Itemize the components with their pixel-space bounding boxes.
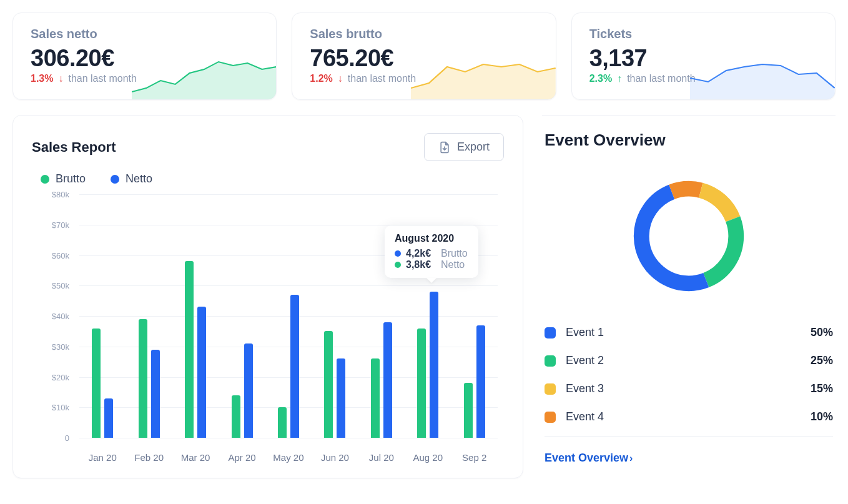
bar[interactable] [139,319,147,438]
stat-pct: 1.2% [310,73,332,84]
bar[interactable] [430,292,438,438]
stat-pct: 1.3% [31,73,53,84]
main-row: Sales Report Export Brutto Netto 0$10k$2… [12,115,836,478]
bar-group[interactable] [79,329,126,438]
event-name: Event 4 [566,410,801,423]
legend-dot-icon [41,175,49,184]
stat-pct: 2.3% [589,73,612,84]
tooltip-series: Netto [441,259,465,270]
x-tick-label: Jan 20 [79,452,126,463]
bar[interactable] [464,383,473,438]
tooltip-row-brutto: 4,2k€ Brutto [395,248,468,259]
donut-chart[interactable] [545,156,833,311]
event-row[interactable]: Event 225% [545,347,833,375]
arrow-up-icon: ↑ [617,73,622,84]
bar[interactable] [197,307,206,438]
bar[interactable] [244,343,253,438]
legend-dot-icon [111,175,119,184]
overview-title: Event Overview [545,131,833,150]
divider [545,436,833,437]
x-tick-label: Jul 20 [358,452,405,463]
x-tick-label: May 20 [265,452,312,463]
legend-brutto[interactable]: Brutto [41,172,86,185]
bar-group[interactable] [451,325,498,438]
bar[interactable] [324,331,333,438]
report-header: Sales Report Export [32,133,504,161]
card-tickets: Tickets 3,137 2.3% ↑ than last month [571,12,836,100]
event-swatch-icon [545,412,556,423]
tooltip-value: 4,2k€ [406,248,436,259]
tooltip-dot-icon [395,262,401,268]
sparkline-brutto [411,56,556,99]
event-pct: 25% [811,354,833,367]
bar[interactable] [417,329,426,438]
bar[interactable] [232,395,240,438]
bar[interactable] [104,398,113,438]
card-sales-brutto: Sales brutto 765.20€ 1.2% ↓ than last mo… [292,12,556,100]
y-tick-label: $20k [32,372,69,382]
grid-line [79,438,498,438]
tooltip-row-netto: 3,8k€ Netto [395,259,468,270]
donut-segment[interactable] [641,189,736,284]
event-row[interactable]: Event 315% [545,375,833,403]
y-tick-label: $70k [32,220,69,229]
stat-cards-row: Sales netto 306.20€ 1.3% ↓ than last mon… [12,12,836,100]
arrow-down-icon: ↓ [58,73,63,84]
sparkline-tickets [690,56,835,99]
bar[interactable] [371,358,380,438]
stat-label: Sales netto [31,27,261,41]
bar-group[interactable] [312,331,358,438]
bar-chart[interactable]: 0$10k$20k$30k$40k$50k$60k$70k$80k Jan 20… [32,194,504,463]
bar[interactable] [185,261,194,438]
y-tick-label: $10k [32,403,69,412]
chevron-right-icon: › [629,453,633,464]
bar-group[interactable] [405,292,451,438]
export-button[interactable]: Export [424,133,504,161]
legend-netto[interactable]: Netto [111,172,152,185]
y-tick-label: 0 [32,433,69,443]
x-tick-label: Sep 2 [451,452,498,463]
event-swatch-icon [545,355,556,367]
event-overview-link[interactable]: Event Overview › [545,452,633,465]
stat-than: than last month [68,73,136,84]
sales-report-card: Sales Report Export Brutto Netto 0$10k$2… [12,115,523,478]
bar[interactable] [476,325,485,438]
card-sales-netto: Sales netto 306.20€ 1.3% ↓ than last mon… [12,12,277,100]
event-row[interactable]: Event 150% [545,319,833,347]
bar-group[interactable] [265,295,312,438]
bar[interactable] [151,350,160,438]
stat-than: than last month [627,73,695,84]
x-tick-label: Mar 20 [172,452,219,463]
chart-tooltip: August 2020 4,2k€ Brutto 3,8k€ Netto [385,225,478,278]
bar[interactable] [337,358,345,438]
bar[interactable] [383,322,392,438]
x-tick-label: Feb 20 [126,452,172,463]
event-row[interactable]: Event 410% [545,403,833,431]
event-pct: 15% [811,382,833,395]
y-tick-label: $80k [32,190,69,199]
tooltip-series: Brutto [441,248,468,259]
stat-label: Sales brutto [310,27,540,41]
bar[interactable] [290,295,299,438]
download-icon [438,141,451,154]
stat-label: Tickets [589,27,820,41]
y-tick-label: $30k [32,342,69,351]
bar[interactable] [278,407,287,438]
x-tick-label: Jun 20 [312,452,358,463]
legend-label: Brutto [56,172,86,185]
event-name: Event 2 [566,354,801,367]
bar-group[interactable] [219,343,265,438]
tooltip-title: August 2020 [395,233,468,244]
event-name: Event 3 [566,382,801,395]
bar-group[interactable] [172,261,219,438]
event-swatch-icon [545,327,556,338]
export-label: Export [457,141,490,154]
bar-group[interactable] [358,322,405,438]
bar-group[interactable] [126,319,172,438]
stat-than: than last month [348,73,416,84]
y-tick-label: $50k [32,281,69,290]
event-swatch-icon [545,383,556,395]
arrow-down-icon: ↓ [338,73,343,84]
event-name: Event 1 [566,326,801,339]
bar[interactable] [92,329,101,438]
